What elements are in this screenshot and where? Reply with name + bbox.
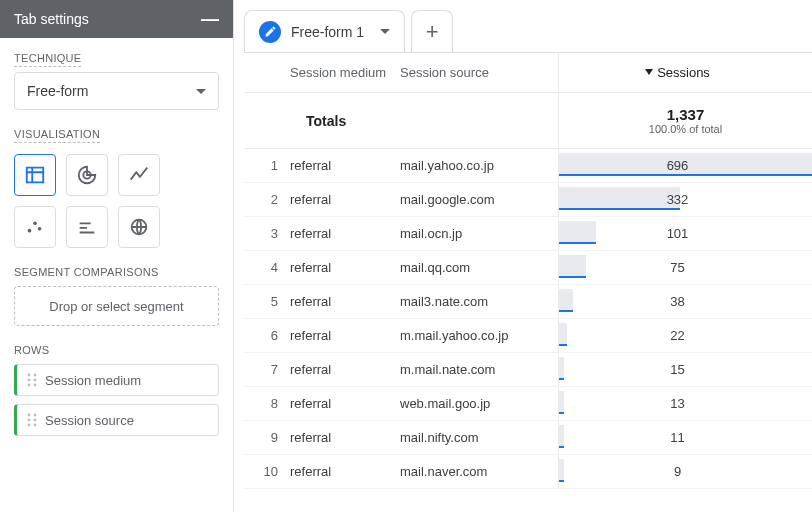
cell-session-source: mail.nifty.com	[400, 430, 558, 445]
cell-session-source: m.mail.nate.com	[400, 362, 558, 377]
row-pill-session-medium[interactable]: Session medium	[14, 364, 219, 396]
rows-label: ROWS	[14, 344, 219, 356]
minimize-icon[interactable]: —	[201, 10, 219, 28]
technique-select[interactable]: Free-form	[14, 72, 219, 110]
segment-placeholder: Drop or select segment	[49, 299, 183, 314]
segment-dropzone[interactable]: Drop or select segment	[14, 286, 219, 326]
cell-sessions: 9	[558, 455, 812, 488]
cell-session-source: mail.qq.com	[400, 260, 558, 275]
cell-session-medium: referral	[290, 328, 400, 343]
header-sessions[interactable]: Sessions	[558, 53, 812, 92]
add-tab-button[interactable]: +	[411, 10, 453, 52]
svg-point-8	[34, 379, 37, 382]
technique-value: Free-form	[27, 83, 88, 99]
table-row[interactable]: 1referralmail.yahoo.co.jp696	[244, 149, 812, 183]
svg-point-16	[34, 424, 37, 427]
viz-scatter-button[interactable]	[14, 206, 56, 248]
table-row[interactable]: 2referralmail.google.com332	[244, 183, 812, 217]
svg-point-5	[28, 374, 31, 377]
svg-point-15	[28, 424, 31, 427]
report-tabs: Free-form 1 +	[244, 10, 812, 52]
viz-geo-button[interactable]	[118, 206, 160, 248]
totals-label: Totals	[244, 113, 558, 129]
totals-row: Totals 1,337 100.0% of total	[244, 93, 812, 149]
report-panel: Free-form 1 + Session medium Session sou…	[234, 0, 812, 512]
cell-session-medium: referral	[290, 158, 400, 173]
visualisation-label: VISUALISATION	[14, 128, 219, 140]
table-row[interactable]: 8referralweb.mail.goo.jp13	[244, 387, 812, 421]
cell-session-source: mail3.nate.com	[400, 294, 558, 309]
cell-sessions: 332	[558, 183, 812, 216]
viz-line-button[interactable]	[118, 154, 160, 196]
cell-sessions: 696	[558, 149, 812, 182]
table-row[interactable]: 10referralmail.naver.com9	[244, 455, 812, 489]
svg-point-7	[28, 379, 31, 382]
cell-session-medium: referral	[290, 192, 400, 207]
scatter-chart-icon	[24, 216, 46, 238]
chevron-down-icon	[380, 29, 390, 34]
cell-session-medium: referral	[290, 260, 400, 275]
cell-sessions: 13	[558, 387, 812, 420]
svg-point-2	[33, 222, 37, 226]
cell-sessions: 11	[558, 421, 812, 454]
viz-table-button[interactable]	[14, 154, 56, 196]
viz-donut-button[interactable]	[66, 154, 108, 196]
tab-freeform-1[interactable]: Free-form 1	[244, 10, 405, 52]
row-index: 8	[244, 396, 290, 411]
header-session-source[interactable]: Session source	[400, 65, 558, 80]
row-pill-session-source[interactable]: Session source	[14, 404, 219, 436]
cell-session-source: mail.google.com	[400, 192, 558, 207]
row-index: 6	[244, 328, 290, 343]
sort-desc-icon	[645, 69, 653, 75]
drag-handle-icon	[27, 413, 37, 427]
svg-point-12	[34, 414, 37, 417]
tab-label: Free-form 1	[291, 24, 364, 40]
data-table: Session medium Session source Sessions T…	[244, 52, 812, 512]
table-row[interactable]: 5referralmail3.nate.com38	[244, 285, 812, 319]
row-index: 1	[244, 158, 290, 173]
drag-handle-icon	[27, 373, 37, 387]
segment-label: SEGMENT COMPARISONS	[14, 266, 219, 278]
cell-session-medium: referral	[290, 464, 400, 479]
table-row[interactable]: 6referralm.mail.yahoo.co.jp22	[244, 319, 812, 353]
row-index: 4	[244, 260, 290, 275]
cell-sessions: 38	[558, 285, 812, 318]
row-index: 7	[244, 362, 290, 377]
viz-bar-button[interactable]	[66, 206, 108, 248]
table-row[interactable]: 9referralmail.nifty.com11	[244, 421, 812, 455]
cell-session-source: web.mail.goo.jp	[400, 396, 558, 411]
row-index: 5	[244, 294, 290, 309]
table-row[interactable]: 3referralmail.ocn.jp101	[244, 217, 812, 251]
cell-session-medium: referral	[290, 362, 400, 377]
svg-point-10	[34, 384, 37, 387]
plus-icon: +	[426, 19, 439, 45]
table-row[interactable]: 7referralm.mail.nate.com15	[244, 353, 812, 387]
totals-value: 1,337	[559, 106, 812, 123]
row-index: 2	[244, 192, 290, 207]
header-session-medium[interactable]: Session medium	[290, 65, 400, 80]
chevron-down-icon	[196, 89, 206, 94]
row-pill-label: Session source	[45, 413, 134, 428]
cell-session-source: m.mail.yahoo.co.jp	[400, 328, 558, 343]
row-pill-label: Session medium	[45, 373, 141, 388]
svg-point-6	[34, 374, 37, 377]
cell-session-medium: referral	[290, 226, 400, 241]
settings-panel: Tab settings — TECHNIQUE Free-form VISUA…	[0, 0, 234, 512]
settings-header: Tab settings —	[0, 0, 233, 38]
table-header-row: Session medium Session source Sessions	[244, 53, 812, 93]
cell-sessions: 22	[558, 319, 812, 352]
cell-sessions: 101	[558, 217, 812, 250]
cell-session-medium: referral	[290, 430, 400, 445]
svg-point-3	[38, 227, 42, 231]
cell-session-source: mail.yahoo.co.jp	[400, 158, 558, 173]
row-index: 10	[244, 464, 290, 479]
table-row[interactable]: 4referralmail.qq.com75	[244, 251, 812, 285]
svg-point-11	[28, 414, 31, 417]
technique-label: TECHNIQUE	[14, 52, 219, 64]
settings-title: Tab settings	[14, 11, 89, 27]
table-icon	[24, 164, 46, 186]
svg-point-1	[28, 229, 32, 233]
row-index: 3	[244, 226, 290, 241]
svg-point-14	[34, 419, 37, 422]
cell-session-medium: referral	[290, 396, 400, 411]
